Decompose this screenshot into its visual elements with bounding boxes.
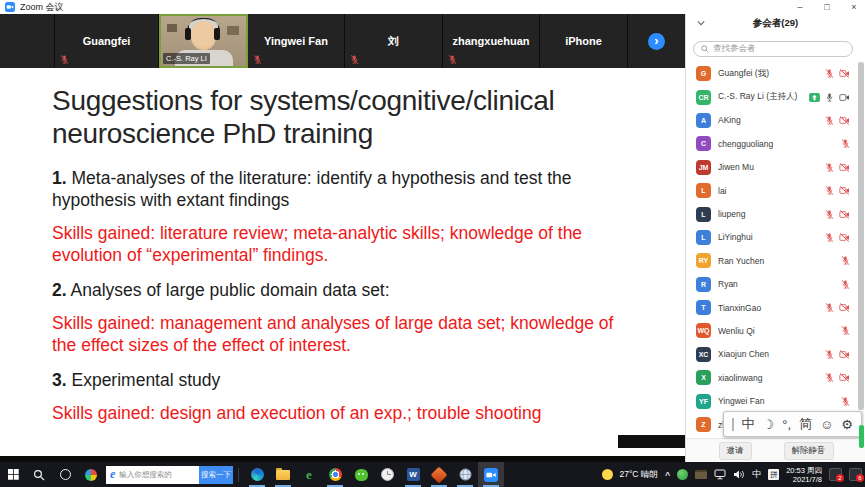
clock-datetime[interactable]: 20:53 周四 2021/7/8	[786, 466, 822, 484]
taskbar-edge[interactable]	[244, 462, 270, 487]
participant-row[interactable]: G Guangfei (我)	[686, 62, 857, 85]
weather-text[interactable]: 27°C 晴朗	[620, 469, 658, 481]
cortana-icon	[60, 469, 71, 480]
mic-muted-icon[interactable]	[825, 115, 834, 126]
camera-off-icon[interactable]	[839, 163, 850, 172]
camera-off-icon[interactable]	[839, 303, 850, 312]
participant-row[interactable]: A AKing	[686, 109, 857, 132]
mic-muted-icon[interactable]	[825, 232, 834, 243]
participant-row[interactable]: C chengguoliang	[686, 132, 857, 155]
taskbar-clock-app[interactable]	[374, 462, 400, 487]
mic-muted-icon[interactable]	[841, 255, 850, 266]
ime-simplified-toggle[interactable]: 简	[799, 415, 812, 433]
participant-row[interactable]: L LiYinghui	[686, 226, 857, 249]
taskbar-search-button[interactable]	[26, 462, 52, 487]
maximize-button[interactable]: □	[822, 2, 832, 12]
taskbar-zoom[interactable]	[478, 462, 504, 487]
taskbar-wechat[interactable]	[348, 462, 374, 487]
ime-moon-icon[interactable]: ☽	[763, 417, 775, 432]
video-tile[interactable]: zhangxuehuan	[443, 14, 540, 68]
browser-pinwheel-button[interactable]	[78, 462, 104, 487]
start-button[interactable]	[0, 462, 26, 487]
search-go-button[interactable]: 搜索一下	[199, 466, 233, 484]
tray-display-icon[interactable]	[714, 469, 726, 480]
ime-settings-gear-icon[interactable]: ⚙	[841, 417, 853, 432]
taskbar-file-explorer[interactable]	[270, 462, 296, 487]
participant-name: lai	[718, 186, 825, 196]
ime-punctuation-toggle[interactable]: °,	[782, 417, 791, 432]
camera-off-icon[interactable]	[839, 233, 850, 242]
mic-on-icon[interactable]	[825, 92, 834, 103]
participant-row[interactable]: R Ryan	[686, 273, 857, 296]
video-tile[interactable]: Yingwei Fan	[248, 14, 345, 68]
mic-muted-icon[interactable]	[841, 396, 850, 407]
wall-picture	[167, 24, 177, 32]
notification-icon-1[interactable]: 2	[829, 468, 842, 481]
notification-icon-2[interactable]: 6	[849, 468, 862, 481]
taskbar-search-box[interactable]: e 输入你想搜索的 搜索一下	[106, 466, 233, 484]
video-tile[interactable]	[0, 14, 55, 68]
weather-sun-icon[interactable]	[602, 469, 613, 480]
camera-off-icon[interactable]	[839, 186, 850, 195]
cortana-button[interactable]	[52, 462, 78, 487]
participant-row[interactable]: L lai	[686, 179, 857, 202]
camera-off-icon[interactable]	[839, 69, 850, 78]
invite-button[interactable]: 邀请	[719, 442, 752, 460]
mic-muted-icon[interactable]	[825, 185, 834, 196]
participants-scrollbar-thumb[interactable]	[858, 62, 864, 410]
close-button[interactable]: ×	[849, 2, 859, 12]
next-participants-button[interactable]: ›	[648, 33, 665, 50]
camera-off-icon[interactable]	[839, 116, 850, 125]
video-tile[interactable]: iPhone	[540, 14, 628, 68]
participant-row[interactable]: L liupeng	[686, 202, 857, 225]
ime-emoji-icon[interactable]: ☺	[820, 417, 833, 432]
zoom-floating-control[interactable]	[618, 435, 685, 448]
camera-on-icon[interactable]	[839, 93, 850, 102]
tray-wallet-icon[interactable]	[695, 470, 707, 479]
taskbar-matlab[interactable]	[426, 462, 452, 487]
taskbar-green-browser[interactable]: e	[296, 462, 322, 487]
video-tile[interactable]: C.-S. Ray LI C.-S. Ray LI	[159, 14, 248, 68]
tray-expand-chevron[interactable]: ^	[665, 470, 670, 480]
participant-row[interactable]: X xiaolinwang	[686, 366, 857, 389]
ime-toolbar[interactable]: 中 ☽ °, 简 ☺ ⚙	[723, 411, 862, 437]
ime-lang-toggle[interactable]: 中	[742, 415, 755, 433]
video-tile[interactable]: 刘	[345, 14, 443, 68]
participant-row[interactable]: CR C.-S. Ray Li (主持人)	[686, 85, 857, 108]
taskbar-word[interactable]: W	[400, 462, 426, 487]
participant-row[interactable]: XC Xiaojun Chen	[686, 343, 857, 366]
participant-name: chengguoliang	[718, 139, 841, 149]
search-placeholder: 查找参会者	[713, 43, 756, 55]
mic-muted-icon[interactable]	[841, 279, 850, 290]
mic-muted-icon[interactable]	[825, 349, 834, 360]
mic-muted-icon[interactable]	[825, 372, 834, 383]
video-tile-name: 刘	[388, 34, 399, 49]
camera-off-icon[interactable]	[839, 350, 850, 359]
unmute-button[interactable]: 解除静音	[784, 442, 834, 460]
ime-mode-indicator[interactable]: 中	[752, 468, 761, 481]
camera-off-icon[interactable]	[839, 210, 850, 219]
mic-muted-icon[interactable]	[841, 138, 850, 149]
tray-volume-icon[interactable]	[733, 469, 745, 480]
ime-drag-handle-icon[interactable]	[732, 418, 734, 431]
mic-muted-icon[interactable]	[825, 68, 834, 79]
taskbar-chrome[interactable]	[322, 462, 348, 487]
mic-muted-icon[interactable]	[825, 209, 834, 220]
participant-row[interactable]: WQ Wenliu Qi	[686, 319, 857, 342]
taskbar-globe-app[interactable]	[452, 462, 478, 487]
participant-row[interactable]: RY Ran Yuchen	[686, 249, 857, 272]
mic-muted-icon[interactable]	[825, 162, 834, 173]
mic-muted-icon[interactable]	[825, 302, 834, 313]
video-tile[interactable]: Guangfei	[55, 14, 159, 68]
camera-off-icon[interactable]	[839, 373, 850, 382]
green-e-icon: e	[306, 467, 312, 483]
participant-row[interactable]: T TianxinGao	[686, 296, 857, 319]
paragraph-text: Meta-analyses of the literature: identif…	[52, 168, 571, 210]
participant-row[interactable]: JM Jiwen Mu	[686, 156, 857, 179]
tray-green-app-icon[interactable]	[677, 469, 688, 480]
mic-muted-icon[interactable]	[841, 325, 850, 336]
minimize-button[interactable]: –	[795, 2, 805, 12]
ime-pinyin-badge[interactable]: 拼	[768, 469, 779, 480]
participant-search-input[interactable]: 查找参会者	[693, 41, 853, 57]
participant-row[interactable]: YF Yingwei Fan	[686, 389, 857, 412]
